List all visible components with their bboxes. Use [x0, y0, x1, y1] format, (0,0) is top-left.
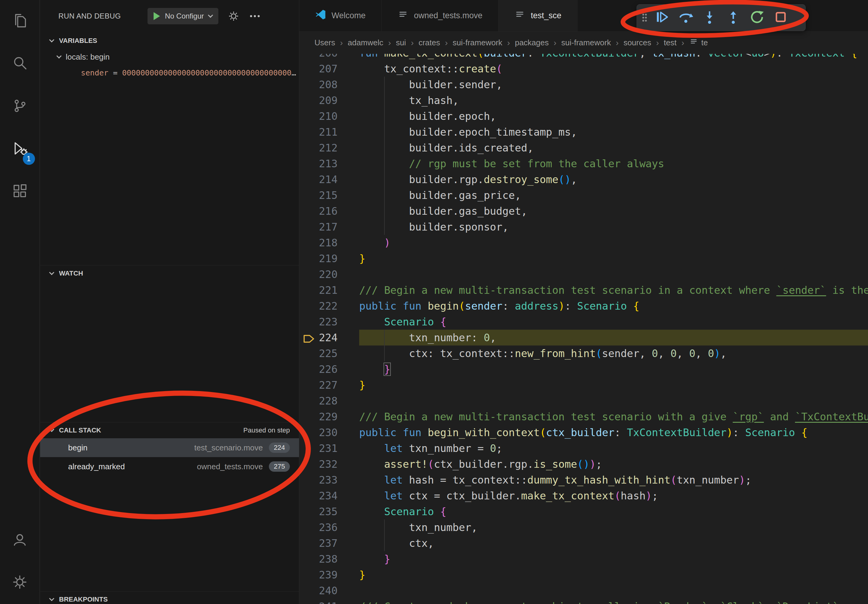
line-number-gutter[interactable]: 223: [299, 314, 359, 330]
more-actions-button[interactable]: [249, 10, 261, 22]
line-number-gutter[interactable]: 209: [299, 93, 359, 108]
code-text[interactable]: builder.sponsor,: [359, 219, 868, 235]
code-text[interactable]: }: [359, 567, 868, 583]
activity-settings-button[interactable]: [0, 561, 40, 604]
continue-button[interactable]: [650, 6, 674, 29]
line-number-gutter[interactable]: 240: [299, 583, 359, 599]
code-text[interactable]: tx_context::create(: [359, 61, 868, 77]
activity-search-button[interactable]: [0, 43, 40, 85]
breadcrumb-item[interactable]: packages: [515, 38, 549, 48]
line-number-gutter[interactable]: 237: [299, 535, 359, 551]
code-text[interactable]: }: [359, 377, 868, 393]
tab-test-scenario[interactable]: test_sce: [499, 0, 578, 31]
activity-extensions-button[interactable]: [0, 170, 40, 213]
code-text[interactable]: Scenario {: [359, 503, 868, 519]
breadcrumb-item[interactable]: sui: [396, 38, 406, 48]
line-number-gutter[interactable]: 228: [299, 393, 359, 409]
line-number-gutter[interactable]: 210: [299, 108, 359, 124]
code-text[interactable]: builder.epoch_timestamp_ms,: [359, 124, 868, 140]
step-over-button[interactable]: [674, 6, 698, 29]
line-number-gutter[interactable]: 207: [299, 61, 359, 77]
code-text[interactable]: }: [359, 361, 868, 377]
variables-section-header[interactable]: VARIABLES: [40, 33, 299, 49]
code-text[interactable]: public fun begin(sender: address): Scena…: [359, 298, 868, 314]
code-text[interactable]: let txn_number = 0;: [359, 440, 868, 456]
debug-settings-gear-button[interactable]: [228, 10, 240, 22]
line-number-gutter[interactable]: 219: [299, 251, 359, 266]
code-text[interactable]: builder.gas_budget,: [359, 203, 868, 219]
code-text[interactable]: // rgp must be set from the caller alway…: [359, 156, 868, 172]
code-text[interactable]: let ctx = ctx_builder.make_tx_context(ha…: [359, 488, 868, 503]
breadcrumb-file-item[interactable]: te: [689, 37, 708, 48]
breadcrumb-item[interactable]: crates: [418, 38, 440, 48]
line-number-gutter[interactable]: 224: [299, 330, 359, 345]
activity-explorer-button[interactable]: [0, 0, 40, 43]
line-number-gutter[interactable]: 208: [299, 77, 359, 93]
code-text[interactable]: builder.epoch,: [359, 108, 868, 124]
code-text[interactable]: builder.ids_created,: [359, 140, 868, 156]
toolbar-drag-handle[interactable]: [639, 12, 650, 24]
line-number-gutter[interactable]: 227: [299, 377, 359, 393]
line-number-gutter[interactable]: 217: [299, 219, 359, 235]
breadcrumb-item[interactable]: sources: [623, 38, 651, 48]
restart-button[interactable]: [745, 6, 769, 29]
line-number-gutter[interactable]: 218: [299, 235, 359, 251]
line-number-gutter[interactable]: 241: [299, 599, 359, 604]
stop-button[interactable]: [769, 6, 792, 29]
activity-account-button[interactable]: [0, 519, 40, 561]
line-number-gutter[interactable]: 236: [299, 519, 359, 535]
line-number-gutter[interactable]: 235: [299, 503, 359, 519]
code-text[interactable]: let hash = tx_context::dummy_tx_hash_wit…: [359, 472, 868, 488]
line-number-gutter[interactable]: 220: [299, 266, 359, 282]
code-text[interactable]: ctx,: [359, 535, 868, 551]
code-text[interactable]: public fun begin_with_context(ctx_builde…: [359, 424, 868, 440]
breadcrumb-item[interactable]: adamwelc: [348, 38, 383, 48]
line-number-gutter[interactable]: 215: [299, 187, 359, 203]
breakpoints-section-header[interactable]: BREAKPOINTS: [40, 592, 299, 604]
line-number-gutter[interactable]: 212: [299, 140, 359, 156]
code-text[interactable]: ): [359, 235, 868, 251]
step-out-button[interactable]: [721, 6, 745, 29]
code-text[interactable]: ctx: tx_context::new_from_hint(sender, 0…: [359, 345, 868, 361]
code-text[interactable]: /// Begin a new multi-transaction test s…: [359, 409, 868, 424]
line-number-gutter[interactable]: 221: [299, 282, 359, 298]
code-text[interactable]: /// Creates and shares system objects, a…: [359, 599, 868, 604]
step-into-button[interactable]: [698, 6, 721, 29]
line-number-gutter[interactable]: 213: [299, 156, 359, 172]
line-number-gutter[interactable]: 230: [299, 424, 359, 440]
line-number-gutter[interactable]: 216: [299, 203, 359, 219]
call-stack-frame[interactable]: already_marked owned_tests.move 275: [40, 457, 299, 476]
code-text[interactable]: }: [359, 551, 868, 567]
line-number-gutter[interactable]: 234: [299, 488, 359, 503]
code-text[interactable]: builder.sender,: [359, 77, 868, 93]
code-text[interactable]: builder.gas_price,: [359, 187, 868, 203]
line-number-gutter[interactable]: 229: [299, 409, 359, 424]
activity-run-debug-button[interactable]: 1: [0, 128, 40, 170]
line-number-gutter[interactable]: 225: [299, 345, 359, 361]
code-text[interactable]: txn_number: 0,: [359, 330, 868, 345]
breadcrumb-item[interactable]: sui-framework: [453, 38, 502, 48]
code-text[interactable]: /// Begin a new multi-transaction test s…: [359, 282, 868, 298]
code-text[interactable]: [359, 266, 868, 282]
line-number-gutter[interactable]: 211: [299, 124, 359, 140]
call-stack-frame[interactable]: begin test_scenario.move 224: [40, 438, 299, 457]
tab-owned-tests[interactable]: owned_tests.move: [382, 0, 499, 31]
code-text[interactable]: assert!(ctx_builder.rgp.is_some());: [359, 456, 868, 472]
call-stack-section-header[interactable]: CALL STACK Paused on step: [40, 423, 299, 438]
code-text[interactable]: [359, 583, 868, 599]
tab-welcome[interactable]: Welcome: [299, 0, 382, 31]
code-text[interactable]: [359, 393, 868, 409]
breadcrumb-item[interactable]: sui-framework: [561, 38, 611, 48]
breadcrumb-item[interactable]: Users: [315, 38, 335, 48]
line-number-gutter[interactable]: 206: [299, 54, 359, 61]
code-text[interactable]: builder.rgp.destroy_some(),: [359, 172, 868, 187]
variables-scope-row[interactable]: locals: begin: [40, 49, 299, 65]
line-number-gutter[interactable]: 214: [299, 172, 359, 187]
line-number-gutter[interactable]: 231: [299, 440, 359, 456]
code-text[interactable]: txn_number,: [359, 519, 868, 535]
code-text[interactable]: tx_hash,: [359, 93, 868, 108]
line-number-gutter[interactable]: 233: [299, 472, 359, 488]
line-number-gutter[interactable]: 222: [299, 298, 359, 314]
debug-configuration-dropdown[interactable]: No Configur: [147, 8, 219, 24]
line-number-gutter[interactable]: 232: [299, 456, 359, 472]
